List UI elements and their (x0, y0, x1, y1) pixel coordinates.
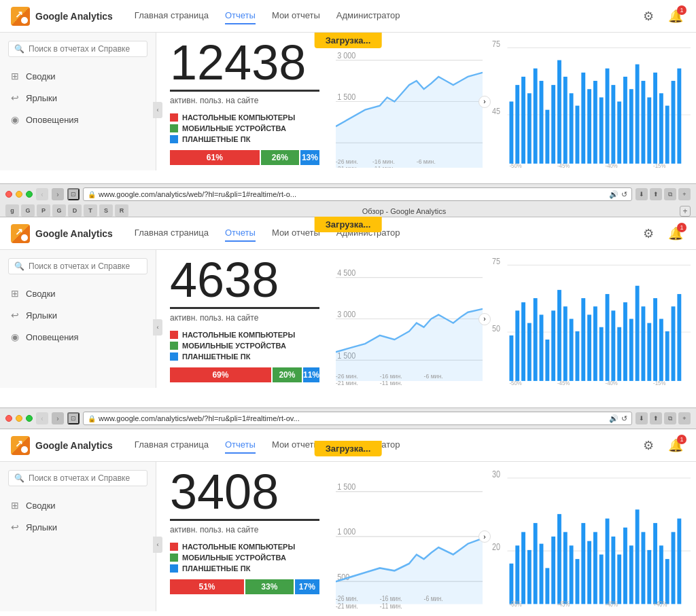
line-chart-svg-2: 4 500 3 000 1 500 -26 мин. -21 мин. -16 … (336, 253, 483, 385)
sidebar-label-svodki-2: Сводки (26, 289, 56, 299)
nav-admin-1[interactable]: Администратор (336, 7, 400, 24)
refresh-icon-3[interactable]: ↺ (621, 414, 627, 423)
chart-arrow-3[interactable]: › (478, 530, 491, 543)
back-button-2[interactable]: ‹ (36, 188, 48, 200)
arrow-icon-2: ↩ (11, 310, 19, 321)
nav-reports-2[interactable]: Отчеты (225, 225, 256, 242)
refresh-icon-2[interactable]: ↺ (621, 190, 627, 199)
nav-my-reports-2[interactable]: Мои отчеты (272, 225, 320, 242)
tl-maximize-3[interactable] (26, 415, 33, 422)
address-bar-2[interactable]: 🔒 www.google.com/analytics/web/?hl=ru&pl… (83, 187, 632, 201)
new-tab-btn-3[interactable]: + (678, 412, 691, 424)
svg-rect-124 (575, 559, 579, 604)
svg-rect-134 (636, 509, 640, 604)
svg-text:-40%: -40% (606, 162, 618, 168)
notif-badge-3: 1 (677, 435, 686, 444)
notif-badge-1: 1 (677, 5, 686, 15)
svg-text:1 500: 1 500 (337, 482, 355, 492)
search-input-2[interactable] (29, 261, 141, 271)
sidebar-toggle-3[interactable]: ‹ (153, 537, 162, 553)
bookmark-p-2[interactable]: P (37, 204, 50, 217)
search-box-1[interactable]: 🔍 (8, 41, 147, 57)
progress-section-3: 51% 33% 17% (170, 579, 319, 594)
bookmark-g2-2[interactable]: G (21, 204, 35, 217)
sidebar-item-yarlyki-2[interactable]: ↩ Ярлыки (0, 304, 156, 326)
search-box-2[interactable]: 🔍 (8, 258, 147, 274)
sidebar-toggle-2[interactable]: ‹ (153, 319, 162, 336)
nav-home-1[interactable]: Главная страница (135, 7, 209, 24)
new-tab-plus-2[interactable]: + (680, 206, 691, 217)
nav-home-3[interactable]: Главная страница (135, 437, 209, 454)
forward-button-3[interactable]: › (52, 412, 64, 424)
svg-rect-121 (557, 514, 561, 604)
address-text-3: www.google.com/analytics/web/?hl=ru&pli=… (99, 414, 300, 422)
bookmark-r-2[interactable]: R (115, 204, 128, 217)
sidebar-item-yarlyki-1[interactable]: ↩ Ярлыки (0, 87, 156, 109)
legend-text-mobile-2: МОБИЛЬНЫЕ УСТРОЙСТВА (182, 342, 286, 350)
bookmark-g3-2[interactable]: G (52, 204, 66, 217)
sidebar-toggle-1[interactable]: ‹ (153, 102, 162, 118)
progress-bar-desktop-3: 51% (170, 579, 244, 594)
sidebar-label-alerts-2: Оповещения (26, 332, 79, 342)
settings-button-3[interactable]: ⚙ (639, 436, 658, 455)
sidebar-item-svodki-2[interactable]: ⊞ Сводки (0, 283, 156, 304)
tl-close-2[interactable] (5, 191, 12, 198)
legend-text-tablet-1: ПЛАНШЕТНЫЕ ПК (182, 135, 250, 143)
legend-text-tablet-3: ПЛАНШЕТНЫЕ ПК (182, 564, 250, 573)
svg-rect-26 (575, 106, 579, 164)
svg-text:+40%: +40% (653, 600, 667, 608)
bookmark-g-2[interactable]: g (5, 204, 19, 217)
svg-rect-31 (606, 69, 610, 164)
download-btn-2[interactable]: ⬇ (636, 188, 648, 200)
progress-bar-tablet-2: 11% (303, 367, 319, 382)
nav-home-2[interactable]: Главная страница (135, 225, 209, 242)
legend-desktop-2: НАСТОЛЬНЫЕ КОМПЬЮТЕРЫ (170, 331, 319, 339)
notifications-button-3[interactable]: 🔔 1 (666, 436, 685, 455)
svg-text:-6 мин.: -6 мин. (424, 595, 443, 603)
tab-overview-2[interactable]: ⊡ (67, 188, 80, 200)
svg-rect-27 (581, 73, 585, 164)
copy-btn-3[interactable]: ⧉ (664, 412, 676, 424)
ga-sidebar-2: 🔍 ⊞ Сводки ↩ Ярлыки ◉ Оповещения ‹ (0, 250, 156, 388)
address-bar-3[interactable]: 🔒 www.google.com/analytics/web/?hl=ru&pl… (83, 412, 632, 425)
new-tab-btn-2[interactable]: + (678, 188, 691, 200)
panel-3: ‹ › ⊡ 🔒 www.google.com/analytics/web/?hl… (0, 407, 696, 616)
nav-reports-3[interactable]: Отчеты (225, 437, 256, 454)
tl-minimize-2[interactable] (16, 191, 22, 198)
tab-overview-3[interactable]: ⊡ (67, 412, 80, 424)
tl-maximize-2[interactable] (26, 191, 33, 198)
chart-arrow-2[interactable]: › (478, 313, 491, 325)
sidebar-item-alerts-2[interactable]: ◉ Оповещения (0, 326, 156, 348)
nav-my-reports-3[interactable]: Мои отчеты (272, 437, 320, 454)
tl-close-3[interactable] (5, 415, 12, 422)
search-input-3[interactable] (29, 473, 141, 483)
bookmark-s-2[interactable]: S (99, 204, 113, 217)
stats-area-1: 12438 активн. польз. на сайте НАСТОЛЬНЫЕ… (156, 33, 696, 170)
chart-arrow-1[interactable]: › (478, 96, 491, 108)
legend-text-mobile-3: МОБИЛЬНЫЕ УСТРОЙСТВА (182, 554, 286, 562)
bookmark-t-2[interactable]: T (84, 204, 97, 217)
notifications-button-2[interactable]: 🔔 1 (666, 224, 685, 243)
sidebar-item-yarlyki-3[interactable]: ↩ Ярлыки (0, 516, 156, 538)
share-btn-3[interactable]: ⬆ (650, 412, 662, 424)
sidebar-item-svodki-3[interactable]: ⊞ Сводки (0, 494, 156, 516)
ga-content-2: 🔍 ⊞ Сводки ↩ Ярлыки ◉ Оповещения ‹ (0, 250, 696, 388)
sidebar-item-svodki-1[interactable]: ⊞ Сводки (0, 65, 156, 87)
nav-reports-1[interactable]: Отчеты (225, 7, 256, 24)
notifications-button-1[interactable]: 🔔 1 (666, 7, 685, 26)
share-btn-2[interactable]: ⬆ (650, 188, 662, 200)
download-btn-3[interactable]: ⬇ (636, 412, 648, 424)
ga-main-2: 4638 активн. польз. на сайте НАСТОЛЬНЫЕ … (156, 250, 696, 388)
search-box-3[interactable]: 🔍 (8, 470, 147, 486)
bookmark-d-2[interactable]: D (68, 204, 82, 217)
settings-button-1[interactable]: ⚙ (639, 7, 658, 26)
sidebar-item-alerts-1[interactable]: ◉ Оповещения (0, 109, 156, 130)
back-button-3[interactable]: ‹ (36, 412, 48, 424)
settings-button-2[interactable]: ⚙ (639, 224, 658, 243)
search-input-1[interactable] (29, 44, 141, 54)
copy-btn-2[interactable]: ⧉ (664, 188, 676, 200)
forward-button-2[interactable]: › (52, 188, 64, 200)
nav-my-reports-1[interactable]: Мои отчеты (272, 7, 320, 24)
tl-minimize-3[interactable] (16, 415, 22, 422)
bar-chart-section-1: 75 45 (485, 33, 696, 170)
